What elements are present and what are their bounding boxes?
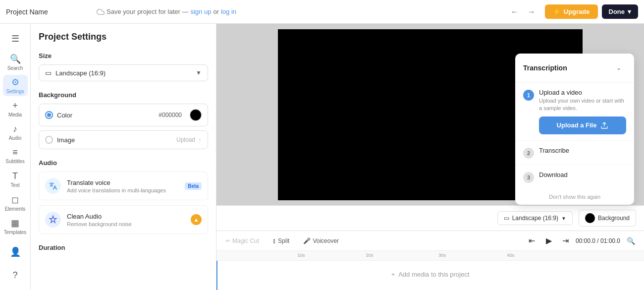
canvas-timeline-area: ▭ Landscape (16:9) ▼ Background ✂ Magic … <box>216 24 644 290</box>
elements-icon: ◻ <box>11 194 19 205</box>
sidebar-item-text[interactable]: T Text <box>3 169 28 190</box>
split-button[interactable]: ⫿ Split <box>270 235 292 246</box>
add-media-label: + Add media to this project <box>216 271 644 278</box>
chevron-down-icon: ▼ <box>196 69 202 76</box>
lightning-icon: ⚡ <box>553 8 561 15</box>
sidebar-item-elements[interactable]: ◻ Elements <box>3 192 28 214</box>
or-text: or <box>213 8 219 15</box>
help-icon: ? <box>12 270 17 281</box>
project-name-input[interactable] <box>6 8 93 16</box>
dont-show-text[interactable]: Don't show this again <box>515 189 634 205</box>
topbar: Save your project for later — sign up or… <box>0 0 644 24</box>
sidebar-item-help[interactable]: ? <box>3 265 28 286</box>
transcription-collapse-button[interactable]: ⌄ <box>611 60 626 75</box>
topbar-center: ← → <box>507 4 539 19</box>
timeline-ruler: 10s 20s 30s 40s <box>216 251 644 261</box>
menu-icon: ☰ <box>11 33 19 44</box>
color-radio[interactable] <box>45 111 53 119</box>
translate-voice-feature[interactable]: Translate voice Add voice translations i… <box>39 172 208 200</box>
transcription-header: Transcription ⌄ <box>515 54 634 83</box>
image-upload-icon: ↑ <box>198 136 202 144</box>
done-button[interactable]: Done ▾ <box>602 4 639 19</box>
sidebar-item-templates[interactable]: ▦ Templates <box>3 216 28 237</box>
size-label: Size <box>39 52 208 59</box>
step-3-num: 3 <box>523 172 534 183</box>
background-section: Background Color #000000 Image <box>39 91 208 149</box>
sidebar-label-text: Text <box>10 182 19 188</box>
step-1-num: 1 <box>523 90 534 101</box>
upgrade-button[interactable]: ⚡ Upgrade <box>545 4 598 19</box>
topbar-left: Save your project for later — sign up or… <box>6 8 501 16</box>
zoom-icon[interactable]: 🔍 <box>623 233 638 248</box>
profile-icon: 👤 <box>10 246 21 257</box>
magic-cut-label: Magic Cut <box>232 237 259 244</box>
timeline-toolbar: ✂ Magic Cut ⫿ Split 🎤 Voiceover ⇤ ▶ ⇥ 00… <box>216 231 644 251</box>
ruler-tick-30s: 30s <box>439 253 446 258</box>
templates-icon: ▦ <box>11 218 19 229</box>
time-display: 00:00.0 / 01:00.0 <box>576 237 620 244</box>
transcription-panel: Transcription ⌄ 1 Upload a video Upload … <box>515 54 634 205</box>
split-label: Split <box>278 237 289 244</box>
voiceover-label: Voiceover <box>313 237 339 244</box>
sidebar-item-search[interactable]: 🔍 Search <box>3 51 28 72</box>
landscape-btn-label: Landscape (16:9) <box>512 215 558 222</box>
clean-audio-feature[interactable]: Clean Audio Remove background noise ▲ <box>39 205 208 234</box>
timeline-controls: ⇤ ▶ ⇥ 00:00.0 / 01:00.0 🔍 <box>525 233 638 248</box>
redo-button[interactable]: → <box>524 4 539 19</box>
sidebar-item-profile[interactable]: 👤 <box>3 241 28 262</box>
skip-forward-button[interactable]: ⇥ <box>559 234 573 248</box>
sign-up-link[interactable]: sign up <box>190 8 211 15</box>
ruler-tick-10s: 10s <box>298 253 305 258</box>
step-2-title: Transcribe <box>539 147 626 154</box>
undo-button[interactable]: ← <box>507 4 522 19</box>
duration-label: Duration <box>39 244 208 251</box>
landscape-icon: ▭ <box>45 69 52 77</box>
translate-desc: Add voice translations in multi-language… <box>67 187 179 193</box>
image-radio[interactable] <box>45 136 53 144</box>
current-time: 00:00.0 <box>576 237 595 244</box>
beta-badge: Beta <box>185 182 202 190</box>
audio-label: Audio <box>39 159 208 167</box>
save-text: Save your project for later — <box>107 8 188 15</box>
subtitles-icon: ≡ <box>12 147 18 158</box>
upload-file-button[interactable]: Upload a File <box>539 116 626 134</box>
text-icon: T <box>12 171 18 181</box>
chevron-down-icon: ▼ <box>561 216 566 221</box>
image-label: Image <box>57 136 75 144</box>
voiceover-button[interactable]: 🎤 Voiceover <box>300 235 342 246</box>
search-icon: 🔍 <box>10 54 21 64</box>
total-time: 01:00.0 <box>600 237 620 244</box>
sidebar-item-audio[interactable]: ♪ Audio <box>3 121 28 143</box>
magic-cut-button[interactable]: ✂ Magic Cut <box>222 235 262 246</box>
mic-icon: 🎤 <box>303 237 311 244</box>
duration-section: Duration <box>39 244 208 251</box>
background-btn-label: Background <box>598 215 630 222</box>
background-image-option[interactable]: Image Upload ↑ <box>39 130 208 149</box>
save-notice: Save your project for later — sign up or… <box>97 8 236 16</box>
sidebar-item-menu[interactable]: ☰ <box>3 28 28 49</box>
play-button[interactable]: ▶ <box>542 234 556 248</box>
timeline-cursor[interactable] <box>216 261 217 290</box>
log-in-link[interactable]: log in <box>221 8 236 15</box>
transcription-title: Transcription <box>523 64 567 72</box>
clean-desc: Remove background noise <box>67 221 185 227</box>
sidebar-item-media[interactable]: + Media <box>3 98 28 119</box>
landscape-btn[interactable]: ▭ Landscape (16:9) ▼ <box>497 211 573 225</box>
step-1-title: Upload a video <box>539 89 626 96</box>
upload-icon <box>600 121 608 129</box>
topbar-right: ⚡ Upgrade Done ▾ <box>545 4 638 19</box>
sidebar-label-settings: Settings <box>6 89 24 94</box>
skip-back-button[interactable]: ⇤ <box>525 234 539 248</box>
settings-panel: Project Settings Size ▭ Landscape (16:9)… <box>31 24 216 290</box>
ruler-tick-40s: 40s <box>507 253 515 258</box>
background-label: Background <box>39 91 208 99</box>
upload-label[interactable]: Upload <box>176 136 195 143</box>
sidebar-item-settings[interactable]: ⚙ Settings <box>3 75 28 96</box>
background-color-option[interactable]: Color #000000 <box>39 104 208 126</box>
sidebar-item-subtitles[interactable]: ≡ Subtitles <box>3 145 28 167</box>
timeline-track: + Add media to this project <box>216 261 644 290</box>
size-dropdown[interactable]: ▭ Landscape (16:9) ▼ <box>39 64 208 81</box>
background-btn[interactable]: Background <box>579 210 636 227</box>
sidebar-label-audio: Audio <box>9 135 22 141</box>
color-preview[interactable] <box>190 109 202 121</box>
